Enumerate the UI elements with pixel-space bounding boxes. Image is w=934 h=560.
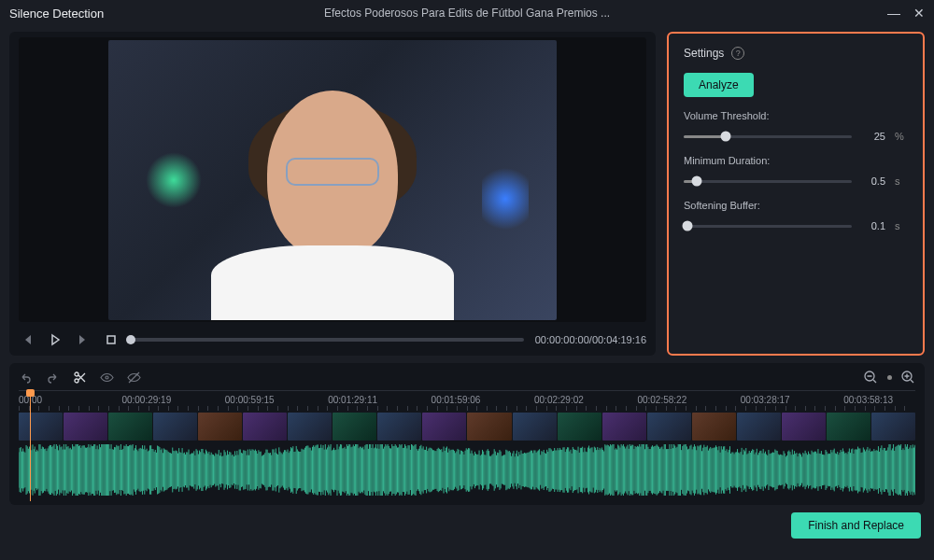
settings-panel: Settings ? Analyze Volume Threshold: 25 … [667,32,925,356]
volume-threshold-label: Volume Threshold: [684,110,908,121]
softening-buffer-slider[interactable] [684,225,852,228]
svg-rect-0 [107,336,115,343]
video-track[interactable] [19,413,915,441]
minimum-duration-label: Minimum Duration: [684,155,908,166]
ruler-label: 00:01:29:11 [328,395,377,405]
zoom-out-icon[interactable] [864,371,878,385]
softening-buffer-group: Softening Buffer: 0.1 s [684,200,908,231]
playback-scrubber[interactable] [131,338,524,342]
step-forward-icon[interactable] [75,331,92,348]
svg-point-2 [75,379,78,383]
timecode: 00:00:00:00/00:04:19:16 [535,334,646,345]
ruler-label: 00:03:28:17 [741,395,790,405]
audio-waveform[interactable] [19,444,915,496]
svg-point-3 [106,376,108,379]
preview-panel: 00:00:00:00/00:04:19:16 [9,32,656,356]
playhead-icon[interactable] [26,389,35,397]
timeline-toolbar [19,369,915,390]
window-controls: — ✕ [887,6,925,21]
playback-controls: 00:00:00:00/00:04:19:16 [19,331,646,348]
project-name: Efectos Poderosos Para Edits de Fútbol G… [324,7,610,20]
volume-threshold-value[interactable]: 25 [861,131,885,142]
eye-icon[interactable] [100,371,114,385]
minimum-duration-value[interactable]: 0.5 [861,175,885,187]
timeline-panel: 00:00 00:00:29:19 00:00:59:15 00:01:29:1… [9,363,925,505]
ruler-label: 00:00:59:15 [225,395,275,405]
footer: Finish and Replace [0,505,934,546]
redo-icon[interactable] [46,371,60,385]
minimum-duration-unit: s [895,175,908,187]
app-title: Silence Detection [9,7,104,21]
zoom-level-dot [887,375,892,380]
minimum-duration-slider[interactable] [684,180,852,183]
timeline-ruler[interactable]: 00:00 00:00:29:19 00:00:59:15 00:01:29:1… [19,390,915,411]
close-icon[interactable]: ✕ [913,6,925,21]
play-icon[interactable] [47,331,64,348]
stop-icon[interactable] [103,331,120,348]
eye-off-icon[interactable] [127,371,141,385]
minimize-icon[interactable]: — [887,6,900,21]
ruler-label: 00:00:29:19 [121,395,171,405]
ruler-label: 00:02:29:02 [534,395,584,405]
softening-buffer-unit: s [895,220,908,231]
volume-threshold-slider[interactable] [684,135,852,138]
volume-threshold-group: Volume Threshold: 25 % [684,110,908,142]
zoom-in-icon[interactable] [901,371,915,385]
settings-title: Settings [684,47,724,60]
svg-point-1 [75,372,78,376]
finish-replace-button[interactable]: Finish and Replace [791,512,921,539]
softening-buffer-label: Softening Buffer: [684,200,908,211]
undo-icon[interactable] [19,371,33,385]
ruler-label: 00:02:58:22 [637,395,686,405]
playhead-line[interactable] [30,389,31,501]
video-preview[interactable] [19,37,646,322]
step-back-icon[interactable] [19,331,35,348]
analyze-button[interactable]: Analyze [684,73,754,97]
volume-threshold-unit: % [895,131,908,142]
ruler-label: 00:01:59:06 [432,395,481,405]
minimum-duration-group: Minimum Duration: 0.5 s [684,155,908,187]
help-icon[interactable]: ? [731,47,744,60]
scissors-icon[interactable] [73,371,87,385]
softening-buffer-value[interactable]: 0.1 [861,220,885,231]
ruler-label: 00:03:58:13 [843,395,893,405]
titlebar: Silence Detection Efectos Poderosos Para… [0,0,934,26]
